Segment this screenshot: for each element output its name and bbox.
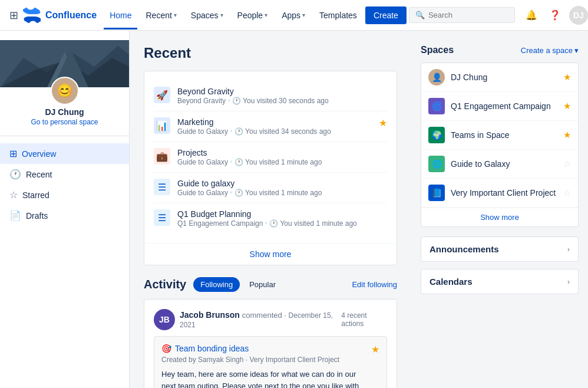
recent-chevron-icon: ▾: [174, 12, 177, 18]
star-icon[interactable]: ★: [379, 117, 387, 129]
announcements-toggle[interactable]: Announcements ›: [421, 237, 578, 261]
recent-item-name[interactable]: Guide to galaxy: [177, 179, 387, 188]
tab-popular[interactable]: Popular: [242, 277, 283, 292]
right-panel: Spaces Create a space ▾ 👤 DJ Chung ★ 🌀 Q…: [411, 31, 588, 388]
search-box[interactable]: 🔍: [409, 7, 515, 23]
space-item: 👤 DJ Chung ★: [421, 63, 578, 92]
profile-name: DJ Chung: [0, 107, 129, 117]
space-icon: 📘: [428, 185, 445, 201]
activity-card: JB Jacob Brunson commented · December 15…: [144, 299, 397, 388]
space-name[interactable]: Guide to Galaxy: [451, 159, 557, 169]
recent-item-icon: 🚀: [154, 87, 170, 103]
space-icon: 🌐: [428, 156, 445, 172]
activity-username[interactable]: Jacob Brunson: [180, 310, 240, 320]
profile-area: 😊 DJ Chung Go to personal space: [0, 40, 129, 136]
recent-item: 💼 Projects Guide to Galaxy • 🕐 You visit…: [154, 142, 387, 173]
search-input[interactable]: [428, 11, 508, 19]
starred-icon: ☆: [9, 189, 18, 200]
announcements-section: Announcements ›: [421, 236, 579, 262]
sidebar: 😊 DJ Chung Go to personal space ⊞ Overvi…: [0, 31, 130, 388]
create-space-button[interactable]: Create a space ▾: [521, 46, 579, 55]
spaces-title: Spaces: [421, 45, 454, 55]
recent-item-meta: Beyond Gravity • 🕐 You visited 30 second…: [177, 97, 387, 105]
space-star-icon[interactable]: ★: [563, 130, 571, 140]
announcements-title: Announcements: [430, 244, 499, 254]
nav-recent[interactable]: Recent ▾: [140, 7, 182, 24]
recent-item-name[interactable]: Projects: [177, 148, 387, 157]
nav-home[interactable]: Home: [104, 7, 137, 24]
sidebar-item-drafts[interactable]: 📄 Drafts: [0, 205, 129, 226]
recent-item-name[interactable]: Beyond Gravity: [177, 87, 387, 96]
user-avatar[interactable]: DJ: [569, 6, 588, 25]
calendars-section: Calendars ›: [421, 269, 579, 294]
recent-item-icon: ☰: [154, 179, 170, 195]
calendars-toggle[interactable]: Calendars ›: [421, 269, 578, 294]
spaces-show-more-button[interactable]: Show more: [421, 208, 578, 226]
space-star-icon[interactable]: ★: [563, 101, 571, 111]
space-name[interactable]: Q1 Engagement Campaign: [451, 101, 557, 111]
post-preview: Hey team, here are some ideas for what w…: [161, 369, 365, 388]
nav-templates[interactable]: Templates: [313, 7, 363, 24]
help-button[interactable]: ❓: [546, 6, 564, 25]
sidebar-item-label: Recent: [26, 170, 52, 179]
space-star-icon[interactable]: ☆: [563, 159, 571, 169]
space-name[interactable]: Teams in Space: [451, 130, 557, 140]
create-button[interactable]: Create: [365, 6, 407, 24]
space-icon: 🌍: [428, 127, 445, 143]
nav-people[interactable]: People ▾: [232, 7, 274, 24]
nav-apps[interactable]: Apps ▾: [276, 7, 311, 24]
space-name[interactable]: DJ Chung: [451, 73, 557, 82]
calendars-chevron-icon: ›: [567, 278, 570, 286]
post-star-icon[interactable]: ★: [371, 344, 379, 355]
space-star-icon[interactable]: ☆: [563, 188, 571, 198]
recent-item-meta: Guide to Galaxy • 🕐 You visited 34 secon…: [177, 127, 372, 136]
recent-icon: 🕐: [9, 169, 21, 180]
nav-spaces[interactable]: Spaces ▾: [185, 7, 229, 24]
space-star-icon[interactable]: ★: [563, 72, 571, 83]
recent-item-icon: ☰: [154, 209, 170, 226]
space-icon: 🌀: [428, 98, 445, 114]
recent-item-name[interactable]: Marketing: [177, 117, 372, 127]
grid-icon[interactable]: ⊞: [9, 9, 18, 22]
post-meta: Created by Samyak Singh · Very Important…: [161, 356, 365, 364]
recent-item: ☰ Q1 Budget Planning Q1 Engagement Campa…: [154, 203, 387, 234]
profile-avatar[interactable]: 😊: [51, 77, 79, 105]
spaces-header: Spaces Create a space ▾: [421, 45, 579, 55]
sidebar-item-overview[interactable]: ⊞ Overview: [0, 143, 129, 164]
space-item: 🌐 Guide to Galaxy ☆: [421, 150, 578, 179]
edit-following-button[interactable]: Edit following: [352, 280, 397, 289]
activity-tabs: Following Popular: [193, 277, 283, 292]
notifications-button[interactable]: 🔔: [522, 6, 541, 25]
topnav: ⊞ Confluence Home Recent ▾ Spaces ▾ Peop…: [0, 0, 588, 31]
recent-item-text: Marketing Guide to Galaxy • 🕐 You visite…: [177, 117, 372, 136]
logo[interactable]: Confluence: [23, 6, 97, 24]
sidebar-item-starred[interactable]: ☆ Starred: [0, 185, 129, 205]
recent-item-meta: Guide to Galaxy • 🕐 You visited 1 minute…: [177, 158, 387, 166]
activity-user-avatar: JB: [154, 309, 175, 330]
show-more-button[interactable]: Show more: [144, 243, 397, 265]
sidebar-nav: ⊞ Overview 🕐 Recent ☆ Starred 📄 Drafts: [0, 141, 129, 228]
main-content: Recent 🚀 Beyond Gravity Beyond Gravity •…: [130, 31, 411, 388]
recent-item-text: Guide to galaxy Guide to Galaxy • 🕐 You …: [177, 179, 387, 197]
recent-list: 🚀 Beyond Gravity Beyond Gravity • 🕐 You …: [144, 71, 397, 243]
post-content: 🎯 Team bonding ideas Created by Samyak S…: [161, 344, 365, 388]
recent-item-meta: Guide to Galaxy • 🕐 You visited 1 minute…: [177, 189, 387, 197]
spaces-chevron-icon: ▾: [220, 12, 223, 18]
announcements-chevron-icon: ›: [567, 245, 570, 254]
activity-user-info: Jacob Brunson commented · December 15, 2…: [180, 310, 336, 329]
drafts-icon: 📄: [9, 210, 21, 221]
sidebar-item-label: Starred: [22, 190, 49, 200]
search-area: 🔍 🔔 ❓ DJ: [409, 6, 588, 25]
calendars-title: Calendars: [430, 277, 473, 287]
sidebar-item-recent[interactable]: 🕐 Recent: [0, 164, 129, 185]
recent-item-text: Beyond Gravity Beyond Gravity • 🕐 You vi…: [177, 87, 387, 105]
space-name[interactable]: Very Important Client Project: [451, 188, 557, 198]
activity-title: Activity: [144, 278, 186, 291]
profile-avatar-wrap: 😊: [51, 77, 79, 105]
recent-item-name[interactable]: Q1 Budget Planning: [177, 209, 387, 219]
post-title-link[interactable]: 🎯 Team bonding ideas: [161, 344, 365, 353]
activity-header: Activity Following Popular Edit followin…: [144, 277, 397, 292]
tab-following[interactable]: Following: [193, 277, 240, 292]
recent-item-text: Projects Guide to Galaxy • 🕐 You visited…: [177, 148, 387, 166]
profile-link[interactable]: Go to personal space: [0, 118, 129, 126]
